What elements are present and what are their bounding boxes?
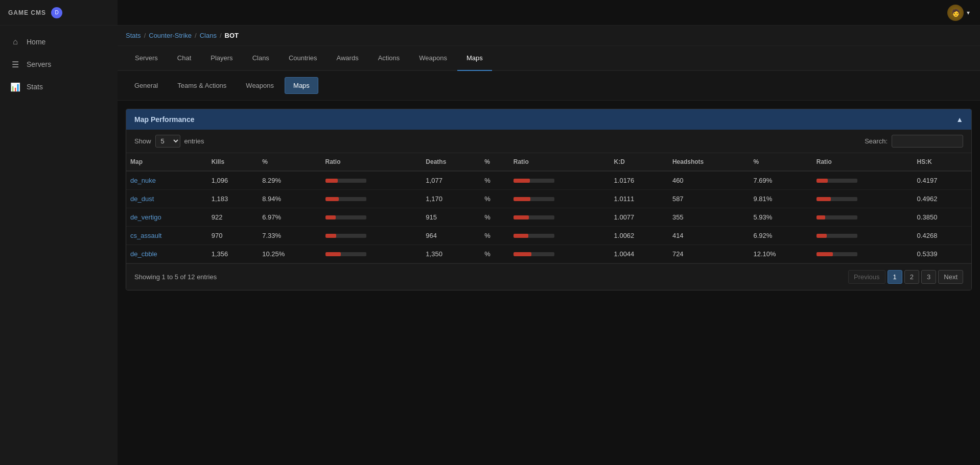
subtab-general[interactable]: General: [126, 77, 167, 94]
cell-headshots: 724: [668, 245, 750, 263]
cell-map[interactable]: de_dust: [126, 190, 207, 208]
col-kills[interactable]: Kills: [207, 153, 259, 171]
col-hs-ratio[interactable]: Ratio: [812, 153, 913, 171]
tab-players[interactable]: Players: [201, 46, 242, 71]
col-hs-pct[interactable]: %: [750, 153, 812, 171]
col-kd[interactable]: K:D: [610, 153, 668, 171]
nav-tabs-top: Servers Chat Players Clans Countries Awa…: [118, 46, 980, 71]
sidebar-header: GAME CMS D: [0, 0, 118, 26]
col-kills-ratio[interactable]: Ratio: [321, 153, 422, 171]
breadcrumb-sep-2: /: [195, 32, 197, 39]
table-footer: Showing 1 to 5 of 12 entries Previous 1 …: [126, 263, 971, 290]
breadcrumb-counter-strike[interactable]: Counter-Strike: [149, 32, 192, 39]
table-row: de_dust 1,183 8.94% 1,170 % 1.0111 587 9…: [126, 190, 971, 208]
cell-hs-pct: 5.93%: [750, 208, 812, 227]
cell-map[interactable]: de_cbble: [126, 245, 207, 263]
cell-hs-ratio: [812, 245, 913, 263]
cell-kills: 922: [207, 208, 259, 227]
collapse-icon[interactable]: ▲: [956, 115, 963, 124]
cell-deaths-ratio: [509, 227, 610, 245]
col-kills-pct[interactable]: %: [258, 153, 321, 171]
cell-deaths-ratio: [509, 208, 610, 227]
sidebar-nav: ⌂ Home ☰ Servers 📊 Stats: [0, 26, 118, 103]
next-button[interactable]: Next: [938, 270, 963, 284]
user-dropdown-arrow[interactable]: ▾: [967, 9, 970, 16]
table-row: de_vertigo 922 6.97% 915 % 1.0077 355 5.…: [126, 208, 971, 227]
cell-deaths-pct: %: [480, 208, 509, 227]
breadcrumb-sep-1: /: [144, 32, 146, 39]
tab-clans[interactable]: Clans: [243, 46, 278, 71]
cell-deaths-pct: %: [480, 190, 509, 208]
cell-hsk: 0.5339: [913, 245, 971, 263]
pagination: Previous 1 2 3 Next: [848, 270, 963, 284]
breadcrumb: Stats / Counter-Strike / Clans / BOT: [118, 26, 980, 46]
table-body: de_nuke 1,096 8.29% 1,077 % 1.0176 460 7…: [126, 171, 971, 263]
topbar: 🧑 ▾: [118, 0, 980, 26]
cell-kills-pct: 6.97%: [258, 208, 321, 227]
cell-deaths: 964: [422, 227, 480, 245]
tab-weapons[interactable]: Weapons: [410, 46, 456, 71]
col-headshots[interactable]: Headshots: [668, 153, 750, 171]
prev-button[interactable]: Previous: [848, 270, 885, 284]
tab-chat[interactable]: Chat: [168, 46, 200, 71]
cell-headshots: 460: [668, 171, 750, 190]
col-hsk[interactable]: HS:K: [913, 153, 971, 171]
cell-kills: 1,183: [207, 190, 259, 208]
sidebar-item-stats[interactable]: 📊 Stats: [0, 76, 118, 98]
cell-kills: 970: [207, 227, 259, 245]
cell-kd: 1.0077: [610, 208, 668, 227]
cell-deaths-ratio: [509, 190, 610, 208]
cell-kd: 1.0062: [610, 227, 668, 245]
cell-hsk: 0.4197: [913, 171, 971, 190]
cell-map[interactable]: cs_assault: [126, 227, 207, 245]
table-header: Map Performance ▲: [126, 109, 971, 130]
search-input[interactable]: [892, 135, 963, 148]
sidebar-item-label-home: Home: [27, 38, 45, 46]
subtab-teams-actions[interactable]: Teams & Actions: [169, 77, 235, 94]
table-title: Map Performance: [134, 115, 194, 124]
map-performance-section: Map Performance ▲ Show 5 10 25 50 entrie…: [126, 109, 972, 290]
tab-servers[interactable]: Servers: [126, 46, 167, 71]
table-row: de_nuke 1,096 8.29% 1,077 % 1.0176 460 7…: [126, 171, 971, 190]
page-3-button[interactable]: 3: [921, 270, 936, 284]
sidebar-item-home[interactable]: ⌂ Home: [0, 31, 118, 53]
entries-label: entries: [184, 137, 204, 145]
col-map[interactable]: Map: [126, 153, 207, 171]
subtab-maps[interactable]: Maps: [285, 77, 318, 94]
cell-hs-pct: 12.10%: [750, 245, 812, 263]
avatar[interactable]: 🧑: [947, 5, 964, 21]
page-2-button[interactable]: 2: [904, 270, 919, 284]
cell-headshots: 355: [668, 208, 750, 227]
cell-deaths-pct: %: [480, 227, 509, 245]
col-deaths[interactable]: Deaths: [422, 153, 480, 171]
cell-kills-pct: 8.29%: [258, 171, 321, 190]
tab-countries[interactable]: Countries: [279, 46, 326, 71]
cell-kills-ratio: [321, 171, 422, 190]
breadcrumb-clans[interactable]: Clans: [200, 32, 217, 39]
cell-map[interactable]: de_vertigo: [126, 208, 207, 227]
table-header-row: Map Kills % Ratio Deaths % Ratio K:D Hea…: [126, 153, 971, 171]
cell-kills-pct: 10.25%: [258, 245, 321, 263]
discord-icon[interactable]: D: [51, 7, 62, 18]
sidebar-item-servers[interactable]: ☰ Servers: [0, 53, 118, 76]
cell-hs-pct: 9.81%: [750, 190, 812, 208]
tab-maps[interactable]: Maps: [457, 46, 492, 71]
breadcrumb-stats[interactable]: Stats: [126, 32, 141, 39]
entries-select[interactable]: 5 10 25 50: [155, 135, 180, 148]
col-deaths-ratio[interactable]: Ratio: [509, 153, 610, 171]
cell-headshots: 587: [668, 190, 750, 208]
col-deaths-pct[interactable]: %: [480, 153, 509, 171]
home-icon: ⌂: [10, 37, 20, 47]
tab-awards[interactable]: Awards: [328, 46, 368, 71]
table-row: cs_assault 970 7.33% 964 % 1.0062 414 6.…: [126, 227, 971, 245]
cell-deaths: 1,170: [422, 190, 480, 208]
cell-hs-pct: 7.69%: [750, 171, 812, 190]
subtab-weapons[interactable]: Weapons: [237, 77, 283, 94]
cell-hsk: 0.4268: [913, 227, 971, 245]
cell-map[interactable]: de_nuke: [126, 171, 207, 190]
tab-actions[interactable]: Actions: [369, 46, 409, 71]
cell-kd: 1.0176: [610, 171, 668, 190]
page-1-button[interactable]: 1: [888, 270, 902, 284]
cell-kills: 1,356: [207, 245, 259, 263]
cell-deaths-pct: %: [480, 171, 509, 190]
